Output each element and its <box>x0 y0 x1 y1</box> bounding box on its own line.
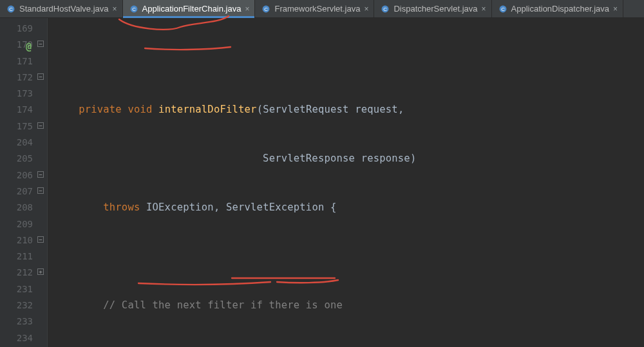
line-number[interactable]: 211 <box>0 249 33 265</box>
fold-minus-icon[interactable]: − <box>37 122 44 129</box>
line-number[interactable]: 204 <box>0 135 33 151</box>
line-number[interactable]: 169 <box>0 21 33 37</box>
tab-label: StandardHostValve.java <box>19 4 109 14</box>
line-number[interactable]: 172− <box>0 70 33 86</box>
line-number[interactable]: 231 <box>0 281 33 297</box>
tab-label: ApplicationDispatcher.java <box>511 4 609 14</box>
fold-minus-icon[interactable]: − <box>37 236 44 243</box>
svg-text:C: C <box>9 6 13 12</box>
tab-standardhostvalve[interactable]: C StandardHostValve.java × <box>0 0 123 17</box>
line-number[interactable]: 212+ <box>0 265 33 281</box>
line-number[interactable]: 206− <box>0 167 33 183</box>
line-number[interactable]: 171 <box>0 53 33 70</box>
line-number[interactable]: 210− <box>0 232 33 249</box>
svg-text:C: C <box>265 6 269 12</box>
close-icon[interactable]: × <box>613 5 618 13</box>
tab-label: DispatcherServlet.java <box>393 4 477 14</box>
svg-text:C: C <box>501 6 505 12</box>
code-area[interactable]: private void internalDoFilter(ServletReq… <box>48 18 644 347</box>
tab-applicationdispatcher[interactable]: C ApplicationDispatcher.java × <box>492 0 624 17</box>
line-number[interactable]: 170−@ <box>0 37 33 53</box>
fold-minus-icon[interactable]: − <box>37 41 44 47</box>
line-number-gutter[interactable]: 169170−@171172−173174175−204205206−207−2… <box>0 18 48 347</box>
line-number[interactable]: 175− <box>0 118 33 135</box>
line-number[interactable]: 174 <box>0 102 33 118</box>
svg-text:C: C <box>384 6 388 12</box>
fold-minus-icon[interactable]: − <box>37 171 44 178</box>
editor-area[interactable]: 169170−@171172−173174175−204205206−207−2… <box>0 18 644 347</box>
close-icon[interactable]: × <box>364 5 368 13</box>
java-file-icon: C <box>261 5 270 14</box>
line-number[interactable]: 208 <box>0 200 33 216</box>
close-icon[interactable]: × <box>113 5 117 13</box>
line-number[interactable]: 173 <box>0 86 33 102</box>
line-number[interactable]: 234 <box>0 330 33 346</box>
svg-text:C: C <box>132 6 136 12</box>
java-file-icon: C <box>6 5 15 14</box>
line-number[interactable]: 207− <box>0 183 33 200</box>
line-number[interactable]: 209 <box>0 216 33 232</box>
close-icon[interactable]: × <box>481 5 486 13</box>
tab-applicationfilterchain[interactable]: C ApplicationFilterChain.java × <box>123 0 256 17</box>
fold-minus-icon[interactable]: − <box>37 73 44 80</box>
close-icon[interactable]: × <box>245 5 249 13</box>
line-number[interactable]: 233 <box>0 314 33 330</box>
editor-tabbar: C StandardHostValve.java × C Application… <box>0 0 644 18</box>
tab-label: ApplicationFilterChain.java <box>142 4 242 14</box>
java-file-icon: C <box>498 5 507 14</box>
tab-frameworkservlet[interactable]: C FrameworkServlet.java × <box>255 0 374 17</box>
java-file-icon: C <box>129 5 138 14</box>
line-number[interactable]: 232 <box>0 297 33 314</box>
fold-minus-icon[interactable]: − <box>37 187 44 194</box>
tab-label: FrameworkServlet.java <box>274 4 360 14</box>
line-number[interactable]: 205 <box>0 151 33 167</box>
tab-dispatcherservlet[interactable]: C DispatcherServlet.java × <box>374 0 491 17</box>
fold-plus-icon[interactable]: + <box>37 268 44 275</box>
java-file-icon: C <box>381 5 390 14</box>
